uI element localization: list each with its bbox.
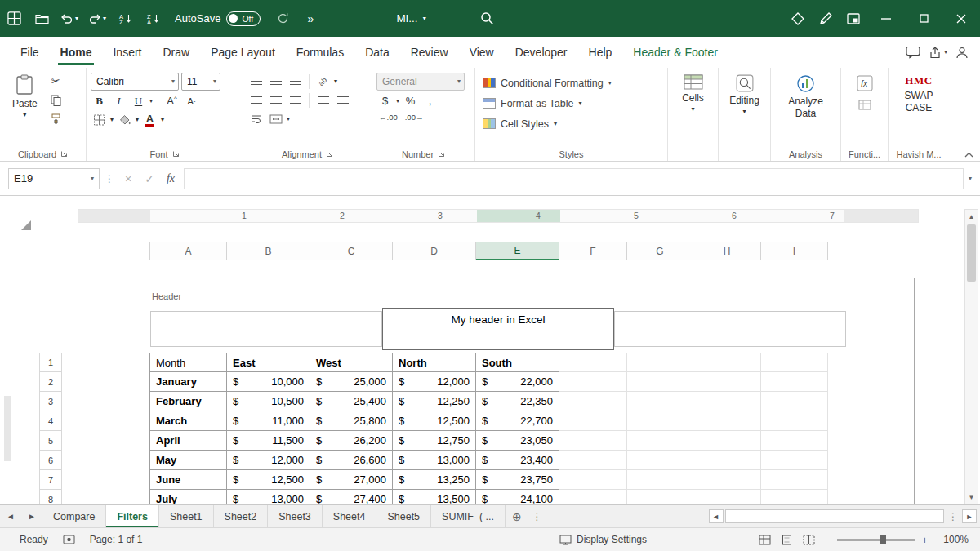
- chevron-down-icon[interactable]: ▾: [91, 176, 94, 182]
- cancel-button[interactable]: ×: [120, 172, 136, 185]
- cell-d2[interactable]: $12,000: [393, 372, 476, 392]
- increase-indent-button[interactable]: [334, 91, 351, 109]
- insert-function-button[interactable]: fx: [163, 172, 179, 185]
- align-top-button[interactable]: [247, 73, 265, 90]
- share-button[interactable]: ▾: [929, 47, 947, 59]
- cell-c7[interactable]: $27,000: [310, 470, 393, 490]
- cell-g8[interactable]: [627, 490, 693, 504]
- chevron-down-icon[interactable]: ▾: [149, 98, 153, 104]
- cell-i8[interactable]: [761, 490, 828, 504]
- vertical-scrollbar[interactable]: ▲ ▼: [964, 209, 978, 504]
- chevron-down-icon[interactable]: ▾: [334, 78, 337, 85]
- ribbon-tab-page-layout[interactable]: Page Layout: [200, 37, 286, 68]
- cell-c3[interactable]: $25,400: [310, 392, 393, 411]
- cell-i2[interactable]: [761, 372, 828, 392]
- cell-e3[interactable]: $22,350: [476, 392, 559, 411]
- cut-button[interactable]: ✂: [47, 73, 65, 90]
- page-layout-view-button[interactable]: [781, 535, 793, 545]
- sheet-tab-sheet4[interactable]: Sheet4: [323, 505, 377, 527]
- cells-button[interactable]: Cells ▾: [672, 71, 714, 147]
- person-icon[interactable]: [956, 47, 969, 59]
- italic-button[interactable]: I: [110, 92, 127, 109]
- function-addin-button[interactable]: fx: [856, 74, 873, 91]
- sheet-tab-sheet5[interactable]: Sheet5: [376, 505, 431, 527]
- cell-e1[interactable]: South: [476, 353, 559, 372]
- enter-button[interactable]: ✓: [141, 172, 158, 185]
- cell-c4[interactable]: $25,800: [310, 411, 393, 431]
- cell-i6[interactable]: [761, 451, 828, 470]
- header-left-box[interactable]: [150, 311, 382, 347]
- cell-h8[interactable]: [693, 490, 761, 504]
- cell-f4[interactable]: [559, 411, 627, 431]
- macro-record-icon[interactable]: [63, 535, 75, 544]
- cell-b2[interactable]: $10,000: [227, 372, 310, 392]
- cell-i3[interactable]: [761, 392, 828, 411]
- display-settings-button[interactable]: Display Settings: [559, 534, 647, 545]
- ribbon-tab-draw[interactable]: Draw: [152, 37, 200, 68]
- cell-d3[interactable]: $12,250: [393, 392, 476, 411]
- wrap-text-button[interactable]: [247, 110, 265, 127]
- dialog-launcher-icon[interactable]: [60, 150, 68, 158]
- comma-style-button[interactable]: ,: [421, 92, 439, 109]
- cell-b3[interactable]: $10,500: [227, 392, 310, 411]
- decrease-indent-button[interactable]: [314, 91, 332, 109]
- align-middle-button[interactable]: [267, 73, 284, 90]
- sheet-nav-left[interactable]: ◄: [0, 505, 21, 527]
- scrollbar-resize-handle[interactable]: ⋮: [946, 510, 961, 522]
- ribbon-tab-home[interactable]: Home: [50, 37, 103, 68]
- cell-c1[interactable]: West: [310, 353, 393, 372]
- percent-style-button[interactable]: %: [402, 92, 419, 109]
- cell-h3[interactable]: [693, 392, 761, 411]
- column-header-f[interactable]: F: [559, 242, 627, 260]
- row-header-5[interactable]: 5: [39, 431, 62, 451]
- cell-g7[interactable]: [627, 470, 693, 490]
- ribbon-tab-view[interactable]: View: [459, 37, 505, 68]
- sheet-tab-sumif[interactable]: SUMIF_( ...: [431, 505, 506, 527]
- autosave-control[interactable]: AutoSave Off: [175, 11, 261, 26]
- cell-d8[interactable]: $13,500: [393, 490, 476, 504]
- chevron-down-icon[interactable]: ▾: [75, 16, 78, 22]
- column-header-i[interactable]: I: [761, 242, 828, 260]
- cell-i5[interactable]: [761, 431, 828, 451]
- sort-descending-button[interactable]: ZA: [139, 0, 167, 37]
- function-addin-secondary-button[interactable]: [856, 96, 873, 113]
- sort-ascending-button[interactable]: AZ: [111, 0, 139, 37]
- cell-d1[interactable]: North: [393, 353, 476, 372]
- document-title[interactable]: MI... ▾: [396, 12, 425, 24]
- cell-d6[interactable]: $13,000: [393, 451, 476, 470]
- cell-b8[interactable]: $13,000: [227, 490, 310, 504]
- select-all-triangle[interactable]: [21, 220, 31, 230]
- dialog-launcher-icon[interactable]: [326, 150, 333, 158]
- font-color-button[interactable]: A: [141, 111, 158, 128]
- cell-e2[interactable]: $22,000: [476, 372, 559, 392]
- cell-h2[interactable]: [693, 372, 761, 392]
- undo-button[interactable]: ▾: [56, 0, 83, 37]
- row-header-7[interactable]: 7: [39, 470, 62, 490]
- cell-styles-button[interactable]: Cell Styles ▾: [479, 113, 663, 134]
- search-icon[interactable]: [474, 0, 501, 37]
- pencil-icon[interactable]: [812, 0, 840, 37]
- fill-color-button[interactable]: [116, 111, 133, 128]
- normal-view-button[interactable]: [759, 535, 771, 545]
- tab-overflow-icon[interactable]: ⋮: [528, 505, 546, 527]
- cell-b7[interactable]: $12,500: [227, 470, 310, 490]
- cell-b4[interactable]: $11,000: [227, 411, 310, 431]
- chevron-down-icon[interactable]: ▾: [136, 117, 139, 123]
- cell-d7[interactable]: $13,250: [393, 470, 476, 490]
- cell-d5[interactable]: $12,750: [393, 431, 476, 451]
- cell-i4[interactable]: [761, 411, 828, 431]
- horizontal-scroll-track[interactable]: [725, 509, 944, 523]
- cell-f5[interactable]: [559, 431, 627, 451]
- align-bottom-button[interactable]: [287, 73, 304, 90]
- cell-c8[interactable]: $27,400: [310, 490, 393, 504]
- cell-g4[interactable]: [627, 411, 693, 431]
- row-header-3[interactable]: 3: [39, 392, 62, 411]
- shrink-font-button[interactable]: Aˇ: [183, 92, 200, 109]
- maximize-button[interactable]: [905, 0, 942, 37]
- quick-access-overflow-icon[interactable]: »: [296, 0, 324, 37]
- column-header-b[interactable]: B: [227, 242, 310, 260]
- window-layers-icon[interactable]: [840, 0, 867, 37]
- autosave-toggle[interactable]: Off: [226, 11, 261, 26]
- sync-icon[interactable]: [269, 0, 296, 37]
- cell-h6[interactable]: [693, 451, 761, 470]
